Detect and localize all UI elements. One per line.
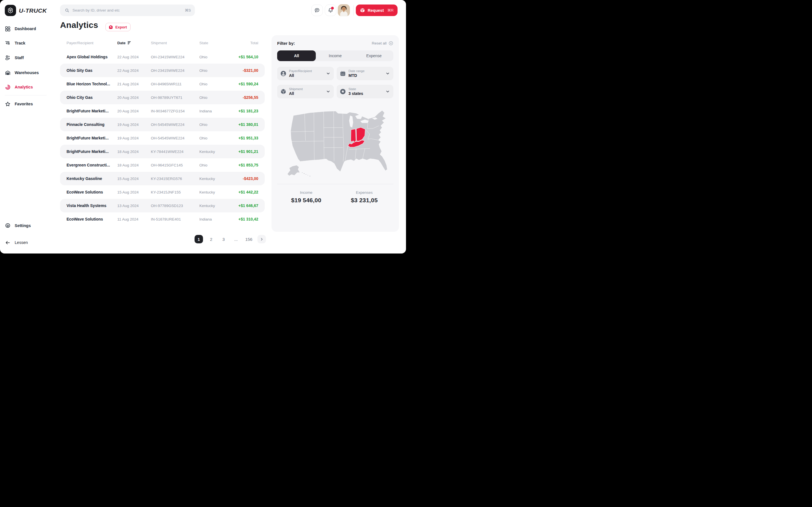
state-star-icon: [340, 89, 346, 95]
search-input[interactable]: [72, 8, 185, 12]
table-row[interactable]: Kentucky Gasoline 15 Aug 2024 KY-23415ER…: [60, 172, 265, 185]
page-button[interactable]: 3: [219, 235, 228, 243]
avatar-image: [338, 4, 350, 16]
filter-tab[interactable]: Income: [316, 50, 354, 61]
table-row[interactable]: Apex Global Holdings 22 Aug 2024 OH-2341…: [60, 50, 265, 64]
payer-recipient-dropdown[interactable]: Payer/Recipient All: [277, 67, 334, 80]
cell-date: 19 Aug 2024: [117, 122, 151, 127]
cell-state: Indiana: [199, 217, 237, 221]
person-icon: [280, 70, 287, 76]
sidebar-item-analytics[interactable]: Analytics: [0, 81, 55, 93]
cell-total: +$1 853,75: [237, 163, 258, 167]
page-button: ...: [232, 235, 240, 243]
sidebar-item-warehouses[interactable]: Warehouses: [0, 67, 55, 78]
calendar-icon: [340, 70, 346, 76]
star-icon: [5, 101, 11, 107]
cell-shipment: OH-54545WWE224: [151, 136, 199, 140]
page-button[interactable]: 2: [207, 235, 215, 243]
chevron-down-icon: [326, 71, 331, 76]
topbar-divider: [353, 5, 354, 15]
cell-state: Kentucky: [199, 190, 237, 194]
sidebar-item-favorites[interactable]: Favorites: [0, 98, 55, 110]
reset-all-button[interactable]: Reset all: [371, 41, 393, 46]
state-dropdown[interactable]: State 3 states: [337, 85, 393, 98]
notification-dot: [331, 7, 334, 10]
filter-tab[interactable]: Expense: [355, 50, 393, 61]
cell-total: +$1 590,24: [237, 82, 258, 86]
table-row[interactable]: Ohio City Gas 20 Aug 2024 OH-98789UYT671…: [60, 91, 265, 104]
table-row[interactable]: Pinnacle Consulting 19 Aug 2024 OH-54545…: [60, 118, 265, 131]
table-row[interactable]: Blue Horizon Technol... 21 Aug 2024 OH-8…: [60, 77, 265, 91]
cell-total: +$1 901,21: [237, 149, 258, 154]
table-row[interactable]: EcoWave Solutions 15 Aug 2024 KY-23415JN…: [60, 185, 265, 199]
sidebar-item-label: Staff: [15, 55, 24, 60]
map-state-indiana: [351, 129, 356, 142]
cell-date: 22 Aug 2024: [117, 68, 151, 73]
cell-shipment: IN-9034677ZFG154: [151, 109, 199, 113]
dropdown-value: All: [289, 91, 303, 96]
sidebar-item-label: Analytics: [15, 85, 33, 89]
dropdown-label: Payer/Recipient: [289, 69, 312, 73]
cell-total: +$1 442,22: [237, 190, 258, 194]
user-avatar[interactable]: [338, 4, 350, 16]
filter-tab[interactable]: All: [277, 50, 316, 61]
dashboard-icon: [5, 26, 11, 32]
filter-title: Filter by:: [277, 41, 295, 46]
cell-payer: Vista Health Systems: [66, 203, 117, 208]
cell-total: -$321,00: [237, 68, 258, 73]
date-range-dropdown[interactable]: Date range MTD: [337, 67, 393, 80]
cell-total: +$1 181,23: [237, 109, 258, 113]
gear-icon: [5, 223, 11, 229]
analytics-icon: [5, 84, 11, 90]
page-button[interactable]: 1: [195, 235, 203, 243]
sidebar-item-label: Settings: [15, 223, 31, 228]
app-window: U-TRUCK ⌘S: [0, 0, 406, 253]
sidebar-item-track[interactable]: Track: [0, 38, 55, 49]
cell-shipment: IN-51678URE401: [151, 217, 199, 221]
cell-shipment: OH-54545WWE224: [151, 122, 199, 127]
notifications-button[interactable]: [325, 4, 336, 16]
cell-state: Ohio: [199, 82, 237, 86]
sidebar-item-label: Track: [15, 41, 26, 45]
cell-shipment: OH-84965IWR111: [151, 82, 199, 86]
totals-summary: Income $19 546,00 Expenses $3 231,05: [277, 190, 393, 204]
table-row[interactable]: BrightFuture Marketi... 18 Aug 2024 KY-7…: [60, 145, 265, 158]
cell-shipment: OH-98789UYT671: [151, 96, 199, 100]
sidebar-collapse-button[interactable]: Lessen: [0, 237, 28, 248]
cell-payer: EcoWave Solutions: [66, 190, 117, 194]
sidebar-item-settings[interactable]: Settings: [0, 220, 31, 231]
cell-date: 13 Aug 2024: [117, 204, 151, 208]
dropdown-value: 3 states: [349, 91, 363, 96]
brand-name: U-TRUCK: [19, 7, 47, 14]
messages-button[interactable]: [311, 4, 323, 16]
table-row[interactable]: BrightFuture Marketi... 19 Aug 2024 OH-5…: [60, 131, 265, 145]
request-button[interactable]: Request ⌘R: [356, 4, 398, 16]
table-row[interactable]: EcoWave Solutions 11 Aug 2024 IN-51678UR…: [60, 212, 265, 226]
page-button[interactable]: 156: [244, 235, 253, 243]
column-header-date[interactable]: Date: [117, 41, 151, 45]
chevron-down-icon: [326, 89, 331, 94]
cell-date: 15 Aug 2024: [117, 190, 151, 194]
sidebar-item-staff[interactable]: Staff: [0, 52, 55, 63]
table-row[interactable]: Evergreen Constructi... 18 Aug 2024 OH-9…: [60, 158, 265, 172]
dropdown-value: MTD: [349, 73, 364, 78]
dropdown-label: Shipment: [289, 87, 303, 91]
table-row[interactable]: Ohio Sity Gas 22 Aug 2024 OH-23415WWE224…: [60, 64, 265, 77]
shipment-dropdown[interactable]: Shipment All: [277, 85, 334, 98]
table-row[interactable]: Vista Health Systems 13 Aug 2024 OH-9778…: [60, 199, 265, 212]
pagination: 1 2 3 ... 156: [195, 235, 266, 243]
sidebar-item-dashboard[interactable]: Dashboard: [0, 23, 55, 34]
search-icon: [64, 8, 70, 13]
cell-state: Indiana: [199, 109, 237, 113]
usa-map: [277, 106, 393, 180]
export-button[interactable]: Export: [105, 23, 131, 31]
sort-icon: [128, 41, 132, 45]
next-page-button[interactable]: [257, 235, 266, 243]
cell-state: Ohio: [199, 122, 237, 127]
utruck-logo-icon: [7, 7, 14, 14]
usa-map-svg: [277, 106, 393, 180]
search-bar[interactable]: ⌘S: [60, 4, 195, 16]
expenses-value: $3 231,05: [335, 197, 393, 204]
table-row[interactable]: BrightFuture Marketi... 20 Aug 2024 IN-9…: [60, 104, 265, 118]
cell-total: +$1 564,10: [237, 55, 258, 59]
